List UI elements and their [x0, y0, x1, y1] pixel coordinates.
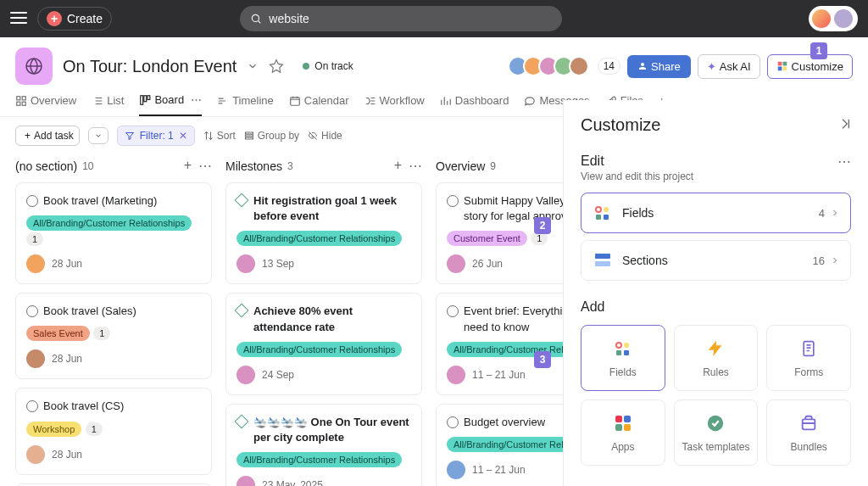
panel-collapse[interactable] — [837, 117, 851, 134]
complete-check[interactable] — [447, 195, 459, 207]
svg-rect-21 — [595, 254, 610, 259]
task-card[interactable]: Book travel (CS)Workshop 128 Jun — [15, 388, 212, 474]
sort-button[interactable]: Sort — [203, 130, 236, 142]
tab-list[interactable]: List — [92, 94, 124, 115]
add-forms[interactable]: Forms — [766, 325, 851, 391]
assignee-avatar[interactable] — [447, 254, 465, 273]
milestone-icon — [235, 304, 249, 318]
project-header: On Tour: London Event On track 14 Share … — [0, 37, 868, 85]
assignee-avatar[interactable] — [26, 445, 45, 464]
due-date: 28 Jun — [52, 449, 82, 461]
edit-section-title: Edit — [581, 154, 693, 169]
search-icon — [250, 13, 262, 25]
customize-label: Customize — [792, 60, 843, 73]
task-card[interactable]: Hit registration goal 1 week before even… — [225, 182, 422, 284]
task-tag: All/Branding/Customer Relationships — [236, 452, 402, 467]
task-card[interactable]: Book travel (Sales)Sales Event 128 Jun — [15, 293, 212, 379]
task-title: Achieve 80% event attendance rate — [253, 304, 411, 334]
task-card[interactable]: Achieve 80% event attendance rateAll/Bra… — [225, 293, 422, 394]
svg-rect-6 — [17, 96, 20, 99]
filter-chip[interactable]: Filter: 1 ✕ — [117, 126, 195, 146]
svg-point-0 — [253, 14, 259, 21]
column-add[interactable]: + — [184, 158, 192, 174]
milestone-icon — [235, 414, 249, 428]
panel-item-sections[interactable]: Sections 16 — [581, 240, 851, 281]
callout-1: 1 — [810, 42, 827, 59]
assignee-avatar[interactable] — [447, 461, 465, 479]
chevron-right-icon — [830, 208, 840, 218]
status-pill[interactable]: On track — [294, 57, 361, 75]
add-task-templates[interactable]: Task templates — [674, 399, 759, 466]
complete-check[interactable] — [447, 305, 459, 317]
group-by-button[interactable]: Group by — [244, 130, 299, 142]
due-date: 23 May, 2025 — [262, 479, 323, 486]
tab-overview[interactable]: Overview — [15, 94, 76, 115]
chevron-down-icon[interactable] — [247, 60, 259, 72]
tab-timeline[interactable]: Timeline — [217, 94, 274, 115]
panel-more[interactable]: ⋯ — [837, 154, 851, 170]
ask-ai-label: Ask AI — [720, 60, 751, 73]
search-text: website — [269, 12, 309, 25]
task-card[interactable]: 🛬🛬🛬🛬 One On Tour event per city complete… — [225, 404, 422, 486]
svg-point-24 — [624, 343, 629, 348]
add-bundles[interactable]: Bundles — [766, 399, 851, 466]
assignee-avatar[interactable] — [26, 254, 45, 273]
column-more[interactable]: ⋯ — [198, 158, 212, 174]
svg-point-17 — [596, 207, 601, 212]
svg-rect-28 — [615, 416, 622, 422]
svg-rect-30 — [615, 424, 622, 431]
task-card[interactable]: Customer Success DRI (World Tour London,… — [15, 483, 212, 486]
assignee-avatar[interactable] — [447, 366, 465, 384]
status-dot — [303, 63, 309, 70]
create-button[interactable]: + Create — [37, 7, 112, 31]
profile-area[interactable] — [809, 6, 858, 31]
due-date: 28 Jun — [52, 353, 82, 365]
edit-section-sub: View and edit this project — [581, 170, 693, 182]
tab-board[interactable]: Board⋯ — [139, 93, 202, 116]
task-tag: All/Branding/Customer Relationships — [236, 231, 402, 246]
hide-button[interactable]: Hide — [308, 130, 342, 142]
due-date: 11 – 21 Jun — [472, 464, 526, 476]
add-task-button[interactable]: + Add task — [15, 126, 80, 146]
star-icon[interactable] — [269, 59, 284, 74]
ask-ai-button[interactable]: ✦ Ask AI — [698, 54, 760, 79]
due-date: 13 Sep — [262, 258, 294, 270]
complete-check[interactable] — [26, 195, 38, 207]
svg-rect-8 — [17, 102, 20, 105]
svg-rect-9 — [22, 102, 25, 105]
filter-clear[interactable]: ✕ — [179, 130, 187, 142]
complete-check[interactable] — [26, 305, 38, 317]
column-more[interactable]: ⋯ — [409, 158, 422, 174]
assignee-avatar[interactable] — [236, 254, 255, 273]
svg-rect-20 — [604, 215, 609, 220]
add-rules[interactable]: Rules — [674, 325, 759, 391]
add-fields[interactable]: Fields — [581, 325, 665, 391]
add-task-dropdown[interactable] — [88, 127, 108, 144]
share-button[interactable]: Share — [627, 55, 691, 78]
customize-panel: Customize Edit View and edit this projec… — [563, 100, 868, 486]
member-avatars[interactable] — [508, 56, 589, 76]
panel-item-fields[interactable]: Fields 4 — [581, 193, 851, 233]
svg-rect-4 — [777, 67, 782, 71]
tab-workflow[interactable]: Workflow — [364, 94, 425, 115]
project-icon — [15, 47, 53, 85]
svg-rect-13 — [291, 97, 300, 104]
tab-dashboard[interactable]: Dashboard — [440, 94, 509, 115]
complete-check[interactable] — [447, 416, 459, 428]
assignee-avatar[interactable] — [236, 366, 255, 384]
assignee-avatar[interactable] — [236, 476, 255, 486]
customize-button[interactable]: Customize — [767, 54, 853, 79]
menu-icon[interactable] — [10, 12, 27, 25]
tab-calendar[interactable]: Calendar — [289, 94, 349, 115]
complete-check[interactable] — [26, 400, 38, 412]
search-input[interactable]: website — [240, 6, 562, 31]
due-date: 26 Jun — [472, 258, 503, 270]
task-title: Book travel (Marketing) — [43, 193, 157, 209]
assignee-avatar[interactable] — [26, 349, 45, 368]
member-count[interactable]: 14 — [598, 58, 620, 75]
task-card[interactable]: Book travel (Marketing)All/Branding/Cust… — [15, 182, 212, 284]
svg-rect-10 — [141, 95, 143, 104]
due-date: 24 Sep — [262, 369, 294, 381]
column-add[interactable]: + — [394, 158, 402, 174]
add-apps[interactable]: Apps — [581, 399, 665, 466]
